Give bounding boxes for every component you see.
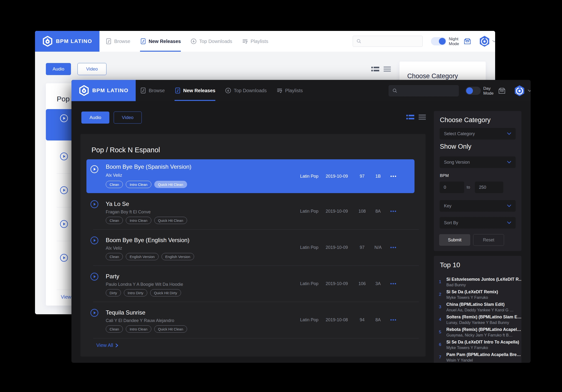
tag-pill[interactable]: Intro Dirty bbox=[124, 289, 147, 296]
more-options-button[interactable]: ••• bbox=[385, 245, 402, 250]
play-button[interactable] bbox=[60, 254, 68, 262]
rank-number: 2 bbox=[434, 292, 446, 297]
list-view-icon[interactable] bbox=[371, 66, 379, 72]
track-bpm: 106 bbox=[354, 281, 371, 286]
reset-button[interactable]: Reset bbox=[473, 234, 504, 246]
tag-pill[interactable]: Clean bbox=[106, 217, 123, 224]
audio-tab[interactable]: Audio bbox=[46, 63, 71, 75]
nav-playlists[interactable]: Playlists bbox=[242, 31, 268, 52]
nav-browse[interactable]: Browse bbox=[140, 80, 165, 101]
tag-pill[interactable]: Quick Hit Clean bbox=[154, 325, 187, 333]
chevron-down-icon[interactable] bbox=[528, 89, 531, 92]
select-category-dropdown[interactable]: Select Category bbox=[440, 128, 516, 139]
more-options-button[interactable]: ••• bbox=[385, 281, 402, 287]
nav-playlists[interactable]: Playlists bbox=[276, 80, 303, 101]
play-button[interactable] bbox=[90, 165, 98, 173]
tag-pill[interactable]: English Version bbox=[162, 253, 194, 260]
new-releases-icon bbox=[140, 38, 146, 45]
track-row[interactable]: Tequila Sunrise Cali Y El Dandee Y Rauw … bbox=[86, 302, 414, 338]
nav-top-downloads[interactable]: Top Downloads bbox=[190, 31, 232, 52]
section-title: Pop / Rock N Espanol bbox=[92, 146, 160, 154]
search-input[interactable] bbox=[353, 36, 423, 47]
audio-tab[interactable]: Audio bbox=[81, 112, 109, 124]
tag-pill[interactable]: Intro Clean bbox=[126, 181, 151, 188]
play-button[interactable] bbox=[90, 309, 98, 317]
avatar[interactable] bbox=[479, 35, 490, 47]
play-button[interactable] bbox=[60, 114, 68, 122]
search-input[interactable] bbox=[389, 85, 459, 96]
top10-item[interactable]: 2 Si Se Da (LeXeDIT Remix) Myke Towers Y… bbox=[434, 288, 521, 301]
play-button[interactable] bbox=[60, 152, 68, 161]
nav-new-releases[interactable]: New Releases bbox=[175, 80, 215, 101]
crate-icon[interactable] bbox=[497, 86, 506, 95]
tag-pill[interactable]: English Version bbox=[126, 253, 158, 260]
sort-by-dropdown[interactable]: Sort By bbox=[440, 217, 516, 229]
tag-pill[interactable]: Dirty bbox=[106, 289, 121, 296]
toggle-knob bbox=[466, 87, 473, 94]
track-row[interactable]: Party Paulo Londra Y A Boogie Wit Da Hoo… bbox=[86, 265, 414, 302]
nav-label: Playlists bbox=[251, 39, 268, 44]
more-options-button[interactable]: ••• bbox=[385, 173, 402, 179]
nav-browse[interactable]: Browse bbox=[105, 31, 130, 52]
tag-pill[interactable]: Clean bbox=[106, 181, 123, 188]
track-tags: Clean English Version English Version bbox=[106, 253, 194, 260]
video-tab[interactable]: Video bbox=[114, 112, 142, 124]
brand-logo[interactable]: BPM LATINO bbox=[71, 80, 136, 101]
grid-view-icon[interactable] bbox=[383, 66, 391, 72]
song-title: Si Se Da (LeXeDIT Remix) bbox=[446, 289, 498, 294]
top10-item[interactable]: 6 Si Se Da (LeXeDIT Intro To Acapella) M… bbox=[434, 338, 521, 351]
grid-view-icon[interactable] bbox=[418, 114, 426, 120]
song-title: Si Se Da (LeXeDIT Intro To Acapella) bbox=[446, 340, 519, 345]
song-title: Si Estuviesemos Juntos (LeXeDIT R… bbox=[446, 277, 521, 282]
track-row[interactable]: Boom Bye Bye (English Version) Alx Veliz… bbox=[86, 229, 414, 265]
view-all-label: View All bbox=[96, 343, 113, 348]
more-options-button[interactable]: ••• bbox=[385, 208, 402, 214]
bpm-min-input[interactable]: 0 bbox=[440, 182, 464, 193]
top10-item[interactable]: 4 Soltera (Remix) (BPMLatino Slam E… Lun… bbox=[434, 313, 521, 326]
bpm-label: BPM bbox=[440, 173, 449, 178]
track-row[interactable]: Ya Lo Se Fragan Boy ft El Conve Clean In… bbox=[86, 193, 414, 229]
view-all-link[interactable]: View All bbox=[96, 343, 118, 348]
night-mode-toggle[interactable] bbox=[431, 37, 446, 45]
tag-pill[interactable]: Quick Hit Dirty bbox=[150, 289, 181, 296]
light-main-nav: Browse New Releases Top Downloads Playli… bbox=[105, 31, 268, 52]
top10-item[interactable]: 1 Si Estuviesemos Juntos (LeXeDIT R… Bad… bbox=[434, 276, 521, 288]
tag-pill[interactable]: Quick Hit Clean bbox=[154, 217, 187, 224]
track-key: 8A bbox=[370, 209, 386, 214]
bpm-max-input[interactable]: 250 bbox=[475, 182, 503, 193]
track-date: 2019-10-09 bbox=[322, 245, 351, 250]
brand-logo[interactable]: BPM LATINO bbox=[35, 31, 99, 52]
bpm-hexagon-logo-icon bbox=[79, 85, 89, 96]
play-button[interactable] bbox=[60, 220, 68, 228]
song-version-dropdown[interactable]: Song Version bbox=[440, 156, 516, 168]
play-button[interactable] bbox=[90, 200, 98, 208]
avatar[interactable] bbox=[514, 85, 525, 97]
key-dropdown[interactable]: Key bbox=[440, 200, 516, 212]
play-button[interactable] bbox=[90, 236, 98, 244]
track-title: Party bbox=[106, 273, 119, 280]
crate-icon[interactable] bbox=[463, 37, 472, 46]
filter-panel: Choose Category Select Category Show Onl… bbox=[434, 111, 521, 251]
tag-pill[interactable]: Clean bbox=[106, 253, 123, 260]
tag-pill[interactable]: Intro Clean bbox=[126, 325, 151, 333]
more-options-button[interactable]: ••• bbox=[385, 317, 402, 323]
top10-item[interactable]: 7 Pam Pam (BPMLatino Acapella Bre… Wisin… bbox=[434, 351, 521, 363]
play-button[interactable] bbox=[90, 273, 98, 281]
tag-pill[interactable]: Clean bbox=[106, 325, 123, 333]
tag-pill[interactable]: Intro Clean bbox=[126, 217, 151, 224]
tag-pill-selected[interactable]: Quick Hit Clean bbox=[154, 181, 187, 188]
tracklist-title: Pop / bbox=[57, 95, 74, 103]
top10-item[interactable]: 3 China (BPMLatino Slam Edit) Anuel Aa, … bbox=[434, 301, 521, 313]
play-button[interactable] bbox=[60, 186, 68, 194]
track-row[interactable]: Boom Bye Bye (Spanish Version) Alx Veliz… bbox=[86, 159, 414, 193]
nav-top-downloads[interactable]: Top Downloads bbox=[225, 80, 267, 101]
nav-new-releases[interactable]: New Releases bbox=[140, 31, 181, 52]
chevron-down-icon[interactable] bbox=[492, 40, 495, 43]
search-icon bbox=[392, 88, 398, 93]
list-view-icon[interactable] bbox=[406, 114, 414, 120]
show-only-title: Show Only bbox=[440, 143, 471, 150]
submit-button[interactable]: Submit bbox=[439, 234, 470, 246]
day-mode-toggle[interactable] bbox=[465, 87, 481, 95]
top10-item[interactable]: 5 Rebota (Remix) (BPMLatino Acapel… Guay… bbox=[434, 326, 521, 338]
video-tab[interactable]: Video bbox=[78, 63, 106, 75]
